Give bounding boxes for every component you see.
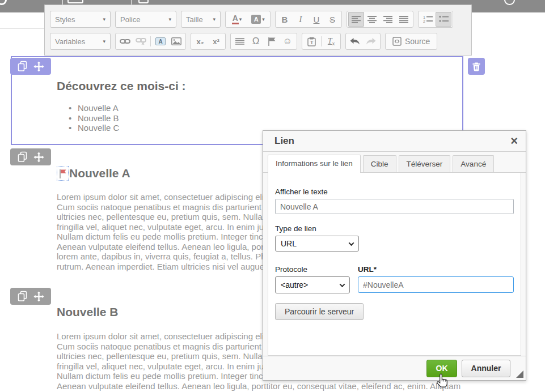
unlink-button[interactable] bbox=[133, 34, 149, 49]
bold-icon: B bbox=[282, 15, 288, 24]
anchor-button[interactable]: A bbox=[153, 34, 168, 49]
smiley-button[interactable]: ☺ bbox=[280, 34, 295, 49]
topbar-separator bbox=[131, 0, 132, 5]
topbar-tool-icon[interactable] bbox=[67, 0, 83, 3]
duplicate-icon[interactable] bbox=[17, 61, 28, 72]
subscript-button[interactable]: x₂ bbox=[192, 34, 208, 49]
tab-advanced[interactable]: Avancé bbox=[453, 155, 494, 172]
duplicate-icon[interactable] bbox=[17, 151, 28, 163]
font-dropdown-label: Police bbox=[120, 15, 140, 24]
clipboard-group: T Tx bbox=[302, 33, 341, 50]
omega-icon: Ω bbox=[252, 36, 260, 47]
block-handle-section-b[interactable] bbox=[10, 288, 51, 305]
help-icon[interactable] bbox=[504, 0, 515, 5]
dialog-title: Lien bbox=[274, 135, 510, 147]
background-color-button[interactable]: A ▾ bbox=[247, 12, 269, 27]
delete-block-button[interactable] bbox=[468, 58, 485, 75]
tab-target[interactable]: Cible bbox=[363, 155, 396, 172]
block-handle-section-a[interactable] bbox=[10, 148, 51, 165]
toolbar-row-2: Variables ▾ A x₂ x² bbox=[50, 31, 466, 52]
basic-styles-group: B I U S bbox=[275, 11, 342, 28]
protocol-label: Protocole bbox=[275, 265, 350, 274]
duplicate-icon[interactable] bbox=[17, 291, 28, 302]
toolbar-row-1: Styles ▾ Police ▾ Taille ▾ A ▾ A ▾ bbox=[50, 9, 466, 29]
intro-heading: Découvrez ce mois-ci : bbox=[57, 79, 186, 93]
remove-format-button[interactable]: Tx bbox=[323, 34, 339, 49]
display-text-input[interactable] bbox=[275, 199, 514, 214]
move-icon[interactable] bbox=[33, 61, 44, 72]
link-type-select[interactable]: URL bbox=[275, 236, 359, 252]
undo-button[interactable] bbox=[347, 34, 363, 49]
font-dropdown[interactable]: Police ▾ bbox=[115, 11, 176, 28]
strikethrough-button[interactable]: S bbox=[324, 12, 340, 27]
section-a-title: Nouvelle A bbox=[57, 166, 130, 181]
superscript-button[interactable]: x² bbox=[208, 34, 224, 49]
list-item[interactable]: Nouvelle C bbox=[67, 123, 119, 133]
image-icon bbox=[171, 37, 181, 45]
dialog-resize-handle[interactable] bbox=[516, 370, 523, 378]
sub-sup-group: x₂ x² bbox=[191, 33, 226, 50]
tab-upload[interactable]: Téléverser bbox=[399, 155, 451, 172]
text-color-icon: A bbox=[233, 14, 238, 24]
url-input[interactable] bbox=[358, 276, 514, 293]
align-right-button[interactable] bbox=[380, 12, 396, 27]
link-group: A bbox=[115, 33, 186, 50]
cancel-button[interactable]: Annuler bbox=[462, 360, 510, 377]
flag-button[interactable] bbox=[264, 34, 280, 49]
dialog-footer: OK Annuler bbox=[263, 356, 526, 380]
ok-button[interactable]: OK bbox=[426, 360, 457, 377]
chevron-down-icon: ▾ bbox=[168, 17, 171, 22]
anchor-icon: A bbox=[155, 37, 166, 45]
redo-button[interactable] bbox=[363, 34, 379, 49]
image-button[interactable] bbox=[168, 34, 184, 49]
toolbar-separator bbox=[150, 36, 151, 46]
toolbar-separator bbox=[321, 36, 322, 46]
close-icon[interactable]: × bbox=[510, 135, 518, 147]
variables-dropdown[interactable]: Variables ▾ bbox=[50, 33, 111, 50]
trash-icon bbox=[472, 62, 481, 71]
italic-icon: I bbox=[299, 14, 302, 24]
list-item[interactable]: Nouvelle B bbox=[67, 113, 119, 123]
move-icon[interactable] bbox=[33, 291, 44, 302]
paste-text-button[interactable]: T bbox=[303, 34, 319, 49]
horizontal-rule-button[interactable] bbox=[232, 34, 248, 49]
topbar-tool-icon[interactable] bbox=[138, 0, 149, 3]
browse-server-button[interactable]: Parcourir le serveur bbox=[275, 303, 364, 320]
subscript-icon: x₂ bbox=[196, 37, 204, 46]
protocol-select[interactable]: <autre> bbox=[275, 276, 350, 293]
special-char-button[interactable]: Ω bbox=[248, 34, 264, 49]
source-icon bbox=[392, 37, 402, 46]
protocol-value: <autre> bbox=[281, 280, 308, 289]
italic-button[interactable]: I bbox=[293, 12, 309, 27]
editor-toolbar: Styles ▾ Police ▾ Taille ▾ A ▾ A ▾ bbox=[44, 5, 472, 56]
text-color-button[interactable]: A ▾ bbox=[227, 12, 247, 27]
styles-dropdown[interactable]: Styles ▾ bbox=[50, 11, 111, 28]
block-handle-intro[interactable] bbox=[10, 58, 51, 75]
size-dropdown[interactable]: Taille ▾ bbox=[181, 11, 221, 28]
header-divider bbox=[0, 28, 44, 29]
justify-button[interactable] bbox=[396, 12, 412, 27]
link-button[interactable] bbox=[117, 34, 133, 49]
list-item[interactable]: Nouvelle A bbox=[67, 103, 119, 113]
bullet-list-button[interactable] bbox=[436, 12, 451, 27]
link-type-value: URL bbox=[281, 239, 297, 248]
source-button[interactable]: Source bbox=[387, 34, 436, 49]
superscript-icon: x² bbox=[213, 37, 219, 46]
strikethrough-icon: S bbox=[329, 15, 335, 24]
background-color-icon: A bbox=[251, 15, 261, 24]
link-icon bbox=[120, 38, 130, 45]
align-left-button[interactable] bbox=[348, 12, 364, 27]
align-center-button[interactable] bbox=[364, 12, 380, 27]
numbered-list-button[interactable]: 12 bbox=[420, 12, 436, 27]
styles-dropdown-label: Styles bbox=[55, 15, 75, 24]
move-icon[interactable] bbox=[33, 152, 44, 163]
tab-link-info[interactable]: Informations sur le lien bbox=[268, 155, 361, 173]
dialog-titlebar[interactable]: Lien × bbox=[263, 131, 526, 152]
align-right-icon bbox=[383, 16, 392, 23]
bold-button[interactable]: B bbox=[277, 12, 293, 27]
underline-button[interactable]: U bbox=[309, 12, 324, 27]
svg-text:2: 2 bbox=[423, 19, 425, 23]
variables-dropdown-label: Variables bbox=[55, 37, 85, 46]
anchor-marker[interactable] bbox=[57, 166, 69, 181]
align-left-icon bbox=[352, 16, 361, 23]
